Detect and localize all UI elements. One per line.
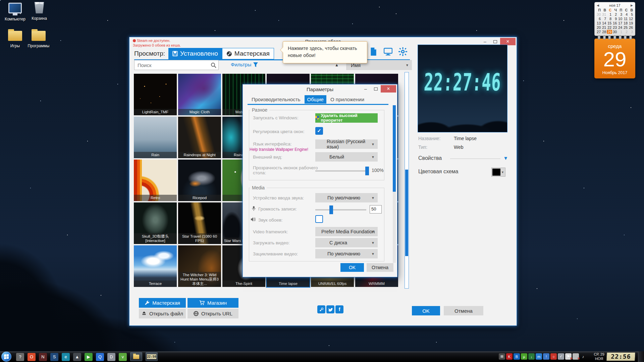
calendar-date-cell[interactable]: 5 (628, 12, 634, 16)
wallpaper-tile[interactable]: Rain (134, 117, 177, 158)
dialog-close-button[interactable]: × (381, 85, 396, 93)
calendar-date-cell[interactable]: 22 (607, 25, 612, 29)
tray-idm-icon[interactable]: ↓ (528, 353, 535, 360)
tray-bluetooth-icon[interactable]: B (514, 353, 520, 360)
main-cancel-button[interactable]: Отмена (444, 306, 483, 315)
app-teal-icon[interactable]: e (62, 353, 70, 361)
taskbar-button-wallpaper-clock[interactable]: 22:56 (146, 352, 158, 361)
calendar-date-cell[interactable]: 9 (612, 17, 618, 21)
open-url-button[interactable]: Открыть URL (187, 309, 238, 318)
language-dropdown[interactable]: Russian (Русский язык) ▼ (315, 139, 378, 149)
calendar-date-cell[interactable]: 2 (623, 30, 628, 34)
scrollbar-thumb[interactable] (405, 170, 408, 256)
appearance-dropdown[interactable]: Белый ▼ (315, 152, 378, 162)
calendar-date-cell[interactable]: 6 (596, 17, 601, 21)
color-scheme-dropdown[interactable]: ▼ (491, 168, 505, 177)
properties-expand-icon[interactable]: ▼ (503, 155, 508, 161)
taskbar-clock[interactable]: 22:56 (606, 352, 635, 361)
color-adjust-checkbox[interactable]: ✓ (315, 127, 323, 135)
calendar-today-cell[interactable]: 29 (607, 30, 612, 34)
sort-direction-button[interactable]: ▲ (335, 63, 339, 67)
workshop-button[interactable]: Мастерская (139, 298, 186, 308)
calendar-date-cell[interactable]: 26 (628, 25, 634, 29)
calendar-date-cell[interactable]: 16 (612, 21, 618, 25)
tray-utorrent-icon[interactable]: µ (521, 353, 527, 360)
wallpaper-tile[interactable]: LightRain_TMF (134, 74, 177, 115)
calendar-date-cell[interactable]: 31 (601, 12, 607, 16)
wallpaper-tile[interactable]: Ricepod (178, 160, 221, 201)
dialog-scrollbar[interactable] (393, 105, 396, 263)
tray-scheduler-icon[interactable]: ○ (550, 353, 557, 360)
main-ok-button[interactable]: OK (412, 306, 440, 315)
calendar-date-cell[interactable]: 1 (618, 30, 623, 34)
calendar-date-cell[interactable]: 10 (618, 17, 623, 21)
steam-share-icon[interactable] (317, 305, 325, 313)
monitor-icon[interactable] (384, 47, 392, 56)
calendar-date-cell[interactable]: 24 (618, 25, 623, 29)
settings-gear-icon[interactable] (398, 47, 407, 56)
minimize-button[interactable]: – (480, 38, 490, 45)
maximize-button[interactable] (490, 38, 500, 45)
calendar-date-cell[interactable]: 21 (601, 25, 607, 29)
tray-shield-icon[interactable]: ! (543, 353, 549, 360)
calendar-date-cell[interactable]: 18 (623, 21, 628, 25)
video-load-dropdown[interactable]: С диска ▼ (315, 238, 378, 247)
app-help-icon[interactable]: ? (16, 353, 24, 361)
new-document-icon[interactable] (369, 47, 378, 56)
calendar-date-cell[interactable]: 11 (623, 17, 628, 21)
wallpaper-tile[interactable]: Terrace (134, 245, 177, 287)
record-volume-slider[interactable] (315, 209, 366, 210)
calendar-prev-icon[interactable]: ◀ (597, 4, 599, 7)
calendar-date-cell[interactable]: 7 (601, 17, 607, 21)
desktop-icon-recycle[interactable]: Корзина (26, 2, 52, 21)
calendar-date-cell[interactable]: 14 (601, 21, 607, 25)
tab-about[interactable]: О приложении (328, 95, 367, 104)
search-input[interactable] (135, 60, 208, 70)
app-steam-icon[interactable]: S (50, 353, 58, 361)
calendar-date-cell[interactable]: 30 (612, 30, 618, 34)
grid-scrollbar[interactable] (405, 72, 409, 289)
translate-link[interactable]: Help translate Wallpaper Engine! (250, 147, 308, 152)
app-dark-red-icon[interactable]: N (39, 353, 47, 361)
desktop-icon-programs[interactable]: Программы (25, 31, 52, 48)
wallpaper-tile[interactable]: Retro (134, 160, 177, 201)
calendar-date-cell[interactable]: 3 (618, 12, 623, 16)
video-framework-dropdown[interactable]: Prefer Media Foundation ▼ (315, 227, 378, 236)
calendar-date-cell[interactable]: 23 (612, 25, 618, 29)
wallpaper-tile[interactable]: Raindrops at Night (178, 117, 221, 158)
record-volume-input[interactable]: 50 (370, 205, 382, 214)
calendar-next-icon[interactable]: ▶ (631, 4, 633, 7)
calendar-date-cell[interactable]: 30 (596, 12, 601, 16)
wallpaper-tile[interactable]: Star Travel (1080 60 FPS) (178, 202, 221, 244)
taskbar-button-explorer[interactable] (130, 352, 142, 361)
close-button[interactable]: × (500, 38, 516, 45)
app-player-icon[interactable]: ▶ (85, 353, 93, 361)
tray-usb-icon[interactable]: ✓ (558, 353, 564, 360)
slider-knob[interactable] (329, 205, 333, 214)
tray-mega-icon[interactable]: m (536, 353, 542, 360)
tab-workshop[interactable]: Мастерская (222, 48, 274, 59)
app-browser-icon[interactable]: O (28, 353, 36, 361)
calendar-date-cell[interactable]: 19 (628, 21, 634, 25)
twitter-icon[interactable] (326, 305, 334, 313)
tray-network-icon[interactable]: × (573, 353, 579, 360)
calendar-date-cell[interactable]: 1 (607, 12, 612, 16)
calendar-date-cell[interactable]: 27 (596, 30, 601, 34)
audio-input-dropdown[interactable]: По умолчанию ▼ (315, 193, 378, 202)
taskbar-date[interactable]: СР, 29 НОЯ (594, 352, 604, 361)
open-file-button[interactable]: Открыть файл (139, 309, 186, 318)
tray-kaspersky-icon[interactable]: K (506, 353, 513, 360)
app-blue-icon[interactable]: Q (96, 353, 104, 361)
remove-priority-button[interactable]: Удалить высокий приоритет (315, 113, 378, 123)
tray-flag-icon[interactable]: ⚑× (565, 353, 572, 360)
calendar-date-cell[interactable]: 8 (607, 17, 612, 21)
calendar-date-cell[interactable]: 12 (628, 17, 634, 21)
calendar-date-cell[interactable]: 2 (612, 12, 618, 16)
calendar-date-cell[interactable]: 20 (596, 25, 601, 29)
tab-performance[interactable]: Производительность (249, 95, 303, 104)
app-light-icon[interactable]: D (107, 353, 115, 361)
dialog-maximize-button[interactable] (371, 85, 381, 93)
filters-button[interactable]: Фильтры (231, 62, 258, 67)
tray-display-icon[interactable]: ⊞ (499, 353, 505, 360)
tab-general[interactable]: Общие (305, 95, 326, 104)
